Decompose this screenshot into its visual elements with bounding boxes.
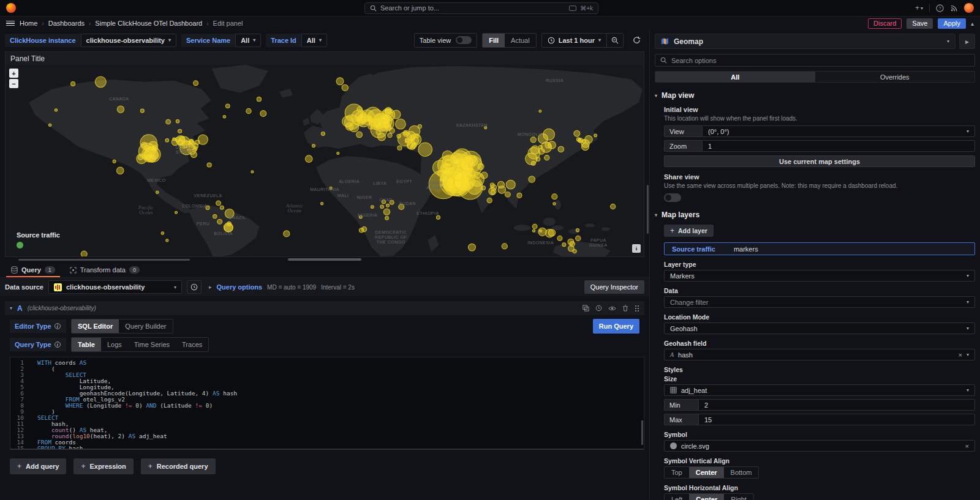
splitter-drag-handle[interactable] [288, 258, 361, 261]
view-select[interactable]: (0°, 0°)▾ [702, 125, 975, 137]
chevron-down-icon: ▾ [253, 37, 255, 43]
clear-icon[interactable]: × [965, 442, 969, 450]
valign-center-option[interactable]: Center [689, 467, 724, 478]
datasource-select[interactable]: clickhouse-observability ▾ [48, 280, 182, 294]
search-input[interactable]: Search or jump to... ⌘+k [364, 2, 598, 14]
search-icon [370, 5, 377, 12]
layer-name: Source traffic [672, 245, 715, 253]
layer-item-source-traffic[interactable]: Source traffic markers [664, 242, 975, 255]
refresh-button[interactable] [628, 33, 644, 48]
map-zoom-in-button[interactable]: + [9, 69, 18, 78]
layer-type-badge: markers [734, 245, 758, 253]
add-menu-button[interactable]: +▾ [915, 4, 923, 12]
use-current-map-settings-button[interactable]: Use current map settings [664, 155, 975, 167]
max-field: Max 15 [664, 414, 975, 425]
collapse-query-chevron-icon[interactable]: ▾ [10, 305, 12, 311]
toggle-switch[interactable] [456, 36, 472, 44]
panel-title[interactable]: Panel Title [6, 52, 644, 65]
tab-query[interactable]: Query 1 [5, 266, 61, 277]
variable-value-dropdown[interactable]: All▾ [301, 34, 327, 47]
add-layer-button[interactable]: +Add layer [664, 225, 714, 237]
breadcrumb-dashboards[interactable]: Dashboards [48, 20, 85, 27]
editor-scrollbar[interactable] [641, 420, 643, 445]
share-view-toggle[interactable] [664, 193, 681, 202]
duplicate-icon[interactable] [582, 305, 589, 312]
query-row-header[interactable]: ▾ A (clickhouse-observability) [5, 301, 644, 315]
traces-option[interactable]: Traces [176, 338, 208, 351]
drag-handle-icon[interactable] [635, 305, 639, 312]
query-options-md: MD = auto = 1909 [267, 284, 316, 291]
variable-value-dropdown[interactable]: All▾ [235, 34, 261, 47]
discard-button[interactable]: Discard [868, 18, 902, 29]
query-options-link[interactable]: Query options [217, 283, 263, 291]
breadcrumb-home[interactable]: Home [20, 20, 37, 27]
add-query-button[interactable]: +Add query [10, 458, 66, 474]
halign-left-option[interactable]: Left [665, 494, 689, 500]
location-mode-field: Location Mode Geohash▾ [664, 313, 975, 334]
valign-top-option[interactable]: Top [665, 467, 689, 478]
size-field-select[interactable]: adj_heat ▾ [664, 384, 975, 396]
valign-bottom-option[interactable]: Bottom [724, 467, 759, 478]
symbol-valign-segmented: Top Center Bottom [664, 466, 759, 479]
geomap-canvas[interactable]: RUSSIACANADAUNITED STATESMEXICOVENEZUELA… [6, 65, 644, 256]
delete-trash-icon[interactable] [622, 305, 628, 312]
chevron-right-icon[interactable]: ▸ [209, 284, 212, 290]
location-mode-select[interactable]: Geohash▾ [664, 323, 975, 334]
visualization-picker[interactable]: Geomap ▾ [655, 34, 956, 49]
apply-button[interactable]: Apply [938, 18, 966, 29]
tab-transform-data[interactable]: Transform data 0 [64, 266, 146, 277]
layer-type-label: Layer type [664, 261, 975, 268]
vertical-scrollbar[interactable] [647, 185, 649, 234]
recorded-query-button[interactable]: +Recorded query [141, 458, 216, 474]
horizontal-scrollbar[interactable] [18, 259, 190, 261]
tab-all[interactable]: All [655, 72, 815, 82]
halign-center-option[interactable]: Center [689, 494, 724, 500]
menu-icon[interactable] [6, 21, 15, 26]
table-view-toggle[interactable]: Table view [414, 33, 477, 48]
map-attribution-button[interactable]: i [632, 244, 641, 253]
help-icon[interactable]: ? [936, 4, 944, 12]
run-query-button[interactable]: Run Query [593, 319, 639, 334]
time-series-option[interactable]: Time Series [128, 338, 176, 351]
symbol-select[interactable]: circle.svg × [664, 440, 975, 452]
clear-icon[interactable]: × [959, 351, 962, 359]
sql-editor-option[interactable]: SQL Editor [72, 319, 119, 333]
min-input[interactable]: 2 [698, 399, 975, 411]
layer-type-select[interactable]: Markers▾ [664, 270, 975, 282]
table-option[interactable]: Table [72, 338, 101, 351]
collapse-pane-button[interactable]: ▸ [959, 34, 975, 49]
fill-option[interactable]: Fill [483, 34, 505, 47]
query-datasource-hint: (clickhouse-observability) [28, 305, 96, 312]
sql-code-editor[interactable]: 1WITH coords AS2 (3 SELECT4 Latitude,5 L… [10, 357, 644, 450]
expression-button[interactable]: +Expression [74, 458, 133, 474]
variable-value-dropdown[interactable]: clickhouse-observability▾ [81, 34, 176, 47]
save-button[interactable]: Save [907, 18, 933, 29]
tab-overrides[interactable]: Overrides [815, 72, 975, 82]
options-search-input[interactable]: Search options [655, 54, 975, 67]
collapse-chevron-icon[interactable]: ▴ [971, 20, 974, 27]
hide-eye-icon[interactable] [608, 305, 616, 312]
layer-type-field: Layer type Markers▾ [664, 261, 975, 282]
history-icon[interactable] [595, 305, 602, 312]
data-select[interactable]: Change filter▾ [664, 296, 975, 308]
zoom-input[interactable]: 1 [702, 140, 975, 152]
datasource-help-button[interactable] [187, 280, 202, 294]
grafana-logo-icon[interactable] [6, 3, 16, 13]
time-range-button[interactable]: Last 1 hour▾ [542, 37, 606, 44]
user-avatar[interactable] [964, 3, 974, 13]
news-icon[interactable] [950, 4, 958, 12]
map-layers-header[interactable]: ▾ Map layers [655, 211, 975, 219]
query-builder-option[interactable]: Query Builder [119, 319, 172, 333]
database-icon [11, 266, 18, 274]
geohash-field-select[interactable]: A hash × ▾ [664, 349, 975, 360]
actual-option[interactable]: Actual [505, 34, 536, 47]
logs-option[interactable]: Logs [101, 338, 128, 351]
query-inspector-button[interactable]: Query Inspector [584, 280, 644, 294]
breadcrumb-dashboard-name[interactable]: Simple ClickHouse OTel Dashboard [95, 20, 202, 27]
map-view-header[interactable]: ▾ Map view [655, 91, 975, 100]
time-zoom-out-button[interactable] [606, 34, 623, 47]
query-type-row: Query Typei Table Logs Time Series Trace… [10, 337, 644, 352]
map-zoom-out-button[interactable]: − [9, 79, 18, 88]
halign-right-option[interactable]: Right [724, 494, 753, 500]
max-input[interactable]: 15 [698, 414, 975, 425]
